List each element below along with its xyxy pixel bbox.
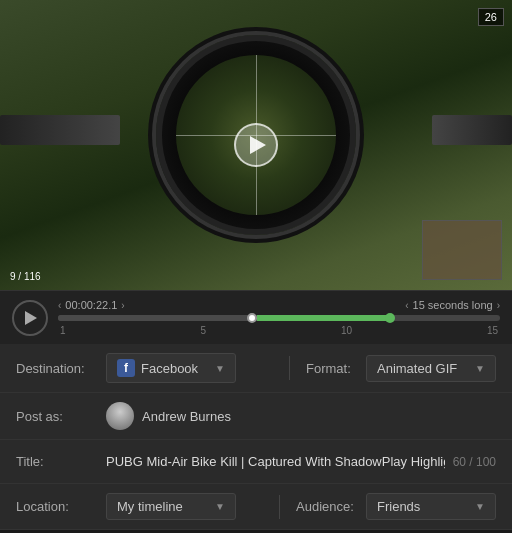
audience-select[interactable]: Friends ▼ — [366, 493, 496, 520]
location-value: My timeline — [117, 499, 183, 514]
timeline-end-handle[interactable] — [385, 313, 395, 323]
user-name: Andrew Burnes — [142, 409, 231, 424]
title-char-count: 60 / 100 — [453, 455, 496, 469]
duration-label: 15 seconds long — [413, 299, 493, 311]
destination-label: Destination: — [16, 361, 106, 376]
duration-left-chevron-icon: ‹ — [405, 300, 408, 311]
post-as-label: Post as: — [16, 409, 106, 424]
timeline-playhead[interactable] — [247, 313, 257, 323]
right-chevron-icon: › — [121, 300, 124, 311]
duration-right-chevron-icon: › — [497, 300, 500, 311]
divider — [289, 356, 290, 380]
destination-select[interactable]: f Facebook ▼ — [106, 353, 236, 383]
share-form: Destination: f Facebook ▼ Format: Animat… — [0, 344, 512, 530]
left-chevron-icon: ‹ — [58, 300, 61, 311]
play-icon — [25, 311, 37, 325]
location-select[interactable]: My timeline ▼ — [106, 493, 236, 520]
hud-kills: 26 — [478, 8, 504, 26]
timeline-selection — [257, 315, 390, 321]
location-label: Location: — [16, 499, 106, 514]
timeline-controls: ‹ 00:00:22.1 › ‹ 15 seconds long › 1 5 1… — [0, 290, 512, 344]
tick-15: 15 — [487, 325, 498, 336]
post-as-row: Post as: Andrew Burnes — [0, 393, 512, 440]
timeline-progress — [58, 315, 257, 321]
audience-value: Friends — [377, 499, 420, 514]
user-avatar — [106, 402, 134, 430]
mini-map — [422, 220, 502, 280]
timestamp-label: 00:00:22.1 — [65, 299, 117, 311]
timeline[interactable]: ‹ 00:00:22.1 › ‹ 15 seconds long › 1 5 1… — [58, 299, 500, 336]
audience-label: Audience: — [296, 499, 366, 514]
facebook-icon: f — [117, 359, 135, 377]
title-label: Title: — [16, 454, 106, 469]
play-icon — [250, 136, 266, 154]
tick-5: 5 — [200, 325, 206, 336]
destination-value: Facebook — [141, 361, 198, 376]
play-button[interactable] — [12, 300, 48, 336]
location-row: Location: My timeline ▼ Audience: Friend… — [0, 484, 512, 530]
tick-10: 10 — [341, 325, 352, 336]
timeline-track[interactable] — [58, 315, 500, 321]
location-dropdown-arrow-icon: ▼ — [215, 501, 225, 512]
destination-row: Destination: f Facebook ▼ Format: Animat… — [0, 344, 512, 393]
format-select[interactable]: Animated GIF ▼ — [366, 355, 496, 382]
format-dropdown-arrow-icon: ▼ — [475, 363, 485, 374]
tick-1: 1 — [60, 325, 66, 336]
video-preview: 26 9 / 116 — [0, 0, 512, 290]
destination-dropdown-arrow-icon: ▼ — [215, 363, 225, 374]
video-play-overlay-button[interactable] — [234, 123, 278, 167]
format-label: Format: — [306, 361, 366, 376]
hud-ammo: 9 / 116 — [10, 271, 41, 282]
format-value: Animated GIF — [377, 361, 457, 376]
audience-dropdown-arrow-icon: ▼ — [475, 501, 485, 512]
title-row: Title: 60 / 100 — [0, 440, 512, 484]
title-input[interactable] — [106, 454, 445, 469]
divider — [279, 495, 280, 519]
